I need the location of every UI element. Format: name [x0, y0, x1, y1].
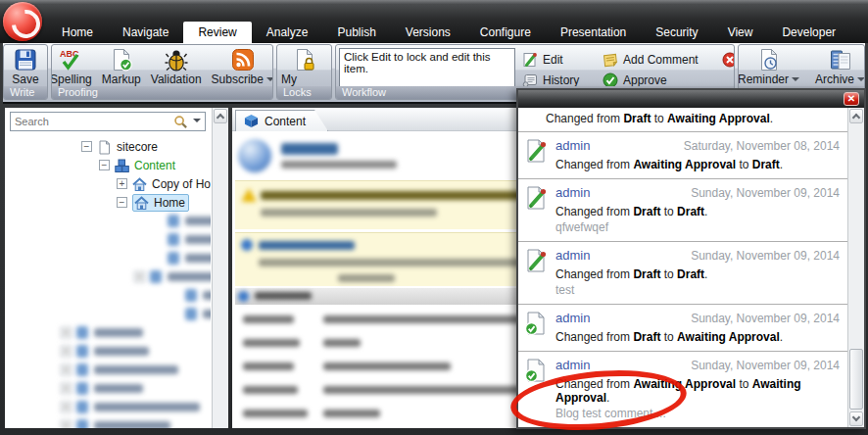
tree-item-blurred[interactable]: +	[5, 361, 211, 379]
tree-item-copy-of-home[interactable]: +Copy of Home	[5, 174, 211, 193]
save-label: Save	[12, 72, 38, 86]
history-entry-partial: Changed from Draft to Awaiting Approval.	[518, 108, 847, 131]
expander-plus-icon[interactable]: +	[61, 346, 72, 357]
user-link[interactable]: admin	[555, 358, 590, 372]
popup-scroll-up-button[interactable]	[849, 109, 863, 123]
search-input[interactable]	[15, 116, 173, 127]
popup-scrollbar[interactable]	[847, 108, 864, 427]
tab-publish[interactable]: Publish	[322, 22, 390, 43]
change-text: Changed from Awaiting Approval to Awaiti…	[555, 377, 840, 405]
search-icon[interactable]	[173, 115, 188, 129]
add-comment-button[interactable]: Add Comment	[603, 52, 722, 68]
tab-versions[interactable]: Versions	[391, 22, 465, 43]
tab-content[interactable]: Content	[235, 110, 328, 131]
popup-scroll-down-button[interactable]	[849, 411, 863, 426]
archive-icon	[829, 48, 852, 72]
tab-developer[interactable]: Developer	[767, 22, 850, 43]
blurred-item-icon	[168, 252, 179, 265]
tab-analyze[interactable]: Analyze	[252, 22, 323, 43]
tree-item-blurred[interactable]	[5, 212, 211, 230]
tree-item-blurred[interactable]	[5, 249, 211, 267]
group-label-locks: Locks	[277, 86, 331, 99]
archive-button[interactable]: Archive	[811, 47, 865, 87]
tree-item-blurred[interactable]: +	[5, 323, 211, 342]
expander-plus-icon[interactable]: +	[61, 402, 72, 412]
reminder-icon	[757, 48, 781, 72]
tree-item-blurred[interactable]: +	[5, 267, 211, 286]
blurred-warning-subtext	[261, 209, 437, 217]
tab-view[interactable]: View	[713, 22, 768, 43]
entry-comment: test	[555, 283, 840, 297]
tab-navigate[interactable]: Navigate	[108, 22, 183, 43]
expander-plus-icon[interactable]: +	[61, 364, 72, 375]
blurred-publishing-title	[259, 241, 355, 250]
expander-plus-icon[interactable]: +	[61, 327, 72, 338]
tree-item-blurred[interactable]: +	[5, 398, 211, 416]
markup-button[interactable]: Markup	[98, 47, 145, 87]
search-box	[10, 112, 206, 131]
tree-item-blurred[interactable]	[5, 286, 211, 305]
subscribe-rss-icon	[231, 48, 255, 72]
validation-button[interactable]: Validation	[147, 47, 206, 87]
tree-item-blurred[interactable]: +	[5, 379, 211, 398]
content-tab-label: Content	[265, 115, 306, 128]
tree-item-home[interactable]: −Home	[5, 193, 211, 212]
expander-plus-icon[interactable]: +	[61, 383, 72, 394]
blurred-item-icon	[185, 308, 197, 320]
save-icon	[14, 48, 37, 72]
blurred-item-icon	[168, 215, 179, 227]
blurred-item-icon	[76, 419, 88, 428]
tab-configure[interactable]: Configure	[465, 22, 546, 43]
edit-button[interactable]: Edit	[522, 52, 603, 68]
expander-minus-icon[interactable]: −	[99, 160, 110, 170]
history-entry: adminSaturday, November 08, 2014Changed …	[518, 131, 847, 178]
change-text: Changed from Awaiting Approval to Draft.	[555, 158, 840, 171]
markup-label: Markup	[102, 72, 141, 86]
user-link[interactable]: admin	[555, 248, 590, 263]
tab-review[interactable]: Review	[183, 22, 251, 43]
group-write: Save Write	[3, 44, 48, 100]
user-link[interactable]: admin	[555, 138, 590, 153]
save-button[interactable]: Save	[8, 47, 42, 87]
history-entry: adminSunday, November 09, 2014Changed fr…	[518, 241, 847, 304]
scroll-up-button[interactable]	[214, 109, 227, 123]
expander-plus-icon[interactable]: +	[117, 178, 127, 189]
close-button[interactable]: ✕	[844, 92, 859, 106]
tree-item-sitecore[interactable]: −sitecore	[5, 137, 211, 156]
tree-item-blurred[interactable]	[5, 230, 211, 249]
blurred-page-title	[281, 143, 338, 155]
blurred-item-icon	[76, 401, 88, 413]
blurred-item-label	[94, 365, 178, 374]
tab-security[interactable]: Security	[641, 22, 712, 43]
tree-item-blurred[interactable]: +	[5, 416, 211, 428]
user-link[interactable]: admin	[555, 311, 590, 325]
spelling-button[interactable]: ABC Spelling	[51, 47, 96, 87]
expander-plus-icon[interactable]: +	[134, 271, 145, 282]
reject-button[interactable]: Reject	[722, 52, 735, 68]
blurred-item-label	[185, 235, 211, 244]
expander-minus-icon[interactable]: −	[81, 141, 92, 152]
tree-item-blurred[interactable]	[5, 305, 211, 323]
tree-item-content[interactable]: −Content	[5, 156, 211, 174]
popup-scroll-thumb[interactable]	[849, 349, 863, 410]
expander-minus-icon[interactable]: −	[117, 197, 127, 208]
subscribe-button[interactable]: Subscribe	[208, 47, 273, 87]
expander-plus-icon[interactable]: +	[61, 420, 72, 428]
tree-scrollbar[interactable]	[212, 108, 228, 428]
popup-titlebar[interactable]	[518, 90, 864, 108]
section-icon	[238, 291, 249, 302]
search-dropdown-icon[interactable]	[193, 119, 201, 126]
tab-home[interactable]: Home	[47, 22, 108, 43]
tree-item-blurred[interactable]: +	[5, 342, 211, 361]
user-link[interactable]: admin	[555, 185, 590, 200]
info-icon	[241, 239, 253, 251]
blurred-item-label	[203, 291, 211, 300]
reminder-button[interactable]: Reminder	[738, 47, 803, 87]
blurred-publishing-text	[259, 259, 553, 266]
blurred-item-label	[94, 384, 143, 393]
blurred-item-label	[94, 403, 200, 411]
blurred-quickinfo-title	[255, 292, 312, 300]
sitecore-logo-icon[interactable]	[3, 2, 42, 41]
tab-presentation[interactable]: Presentation	[546, 22, 641, 43]
archive-label: Archive	[815, 72, 854, 86]
